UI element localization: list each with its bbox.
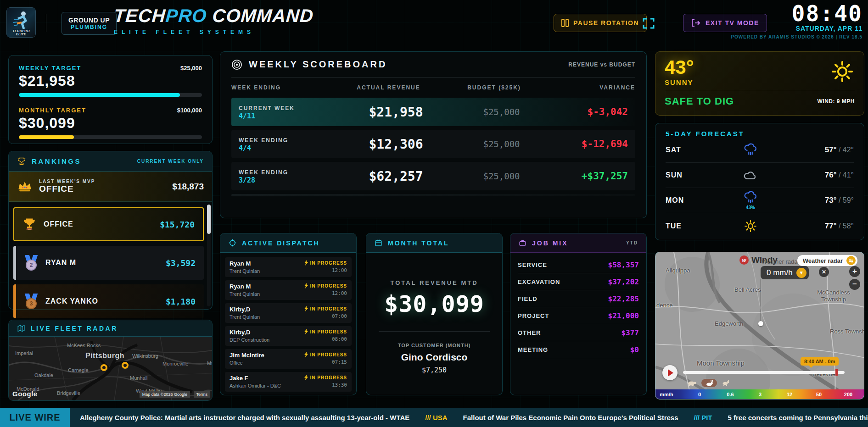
week-label: WEEK ENDING [239,169,288,176]
turtle-speed-icon[interactable] [687,380,697,386]
monthly-target-value: $30,099 [19,115,202,132]
scoreboard-row: WEEK ENDING4/4 $12,306 $25,000 $-12,694 [231,130,635,158]
fleet-marker[interactable] [122,362,129,369]
fleet-marker[interactable] [101,364,107,371]
rabbit-speed-icon[interactable] [701,379,717,387]
map-label: Wilkinsburg [132,353,158,359]
week-date: 4/11 [239,112,255,120]
scoreboard-panel: WEEKLY SCOREBOARD REVENUE vs BUDGET WEEK… [220,51,647,218]
play-button[interactable] [662,365,678,380]
ticker-item: 5 free concerts coming to Pennsylvania t… [728,414,868,421]
weather-divider [665,91,855,91]
rain-icon [744,191,757,205]
zoom-out-button[interactable]: − [849,279,860,290]
dispatch-row: Jake FAshkan Omidfar - D&C IN PROGRESS13… [225,372,352,392]
top-customer-value: $7,250 [422,366,447,374]
top-customer-name: Gino Cordisco [401,352,468,363]
dig-status: SAFE TO DIG [665,95,734,107]
fullscreen-icon [642,17,655,30]
dashboard: TECHPRO ELITE GROUND UP PLUMBING TECHPRO… [0,0,868,427]
windy-logo-icon: w [739,255,749,265]
dispatch-row: Ryan MTrent Quinlan IN PROGRESS12:00 [225,280,352,300]
forecast-day: TUE [666,222,707,230]
dispatch-time: 07:15 [304,359,347,365]
high-temp: 77° [825,222,837,230]
goat-speed-icon[interactable] [722,380,730,386]
mvp-label: LAST WEEK'S MVP [39,179,95,184]
tech-name: Kirby,D [230,329,269,336]
targets-panel: WEEKLY TARGET $25,000 $21,958 MONTHLY TA… [8,55,213,144]
job-value: $21,000 [608,311,639,320]
rankings-scrollbar[interactable] [207,205,211,306]
dispatch-status: IN PROGRESS [310,375,347,380]
target-icon [231,59,242,70]
actual-revenue: $21,958 [337,105,454,120]
rankings-header: RANKINGS CURRENT WEEK ONLY [9,151,212,172]
company-logo: TECHPRO ELITE [6,7,36,38]
app-subtitle: ELITE FLEET SYSTEMS [114,29,314,35]
probe-marker[interactable] [758,321,763,326]
precip-chance: 43% [744,205,757,210]
windy-radar-panel: Aliquippa dence Bell Acres McCandless To… [655,252,864,399]
windy-map[interactable]: Aliquippa dence Bell Acres McCandless To… [655,252,864,399]
ranking-amount: $15,720 [160,220,195,229]
dispatch-row: Ryan MTrent Quinlan IN PROGRESS12:00 [225,257,352,277]
current-temperature: 43° [665,57,855,78]
month-total-title: MONTH TOTAL [388,239,449,247]
close-icon[interactable]: ✕ [819,267,829,277]
weekly-target: WEEKLY TARGET $25,000 $21,958 [19,65,202,97]
customer-name: Trent Quinlan [230,291,260,297]
crosshair-icon [229,239,236,247]
zoom-in-button[interactable]: + [849,266,860,277]
job-mix-header: JOB MIX YTD [510,233,646,253]
timeline-slider[interactable] [683,371,845,374]
variance: $-3,042 [549,106,628,117]
ranking-name: OFFICE [44,220,73,228]
timeline-handle[interactable] [835,369,838,376]
rankings-scrollbar-thumb[interactable] [207,205,211,234]
actual-revenue: $62,257 [337,169,454,184]
rankings-list: OFFICE $15,720 2 RYAN M $3,592 3 ZACK YA… [9,202,212,318]
dispatch-time: 07:00 [304,313,347,319]
weather-radar-chip[interactable]: Weather radar ⇆ [797,255,857,266]
pause-rotation-button[interactable]: PAUSE ROTATION [554,14,647,32]
map-label: Bell Acres [734,286,761,293]
rankings-panel: RANKINGS CURRENT WEEK ONLY LAST WEEK'S M… [8,151,213,310]
forecast-title: 5-DAY FORECAST [666,130,854,138]
column-header: VARIANCE [541,84,635,91]
client-badge-line2: PLUMBING [71,24,107,30]
fullscreen-button[interactable] [642,17,655,30]
client-badge: GROUND UP PLUMBING [62,12,117,35]
job-type: FIELD [518,295,538,302]
play-icon [668,369,673,377]
monthly-target: MONTHLY TARGET $100,000 $30,099 [19,107,202,139]
dispatch-row: Kirby,DTrent Quinlan IN PROGRESS07:00 [225,303,352,323]
job-type: MEETING [518,346,548,353]
column-header: ACTUAL REVENUE [330,84,447,91]
scale-tick: 0.6 [727,392,734,397]
scale-tick: 50 [816,392,822,397]
job-value: $0 [630,345,639,354]
layers-icon[interactable]: ⇆ [846,256,856,265]
scoreboard-row: WEEK ENDING3/28 $62,257 $25,000 +$37,257 [231,162,635,190]
date: SATURDAY, APR 11 [731,25,862,32]
scoreboard-title: WEEKLY SCOREBOARD [249,59,387,70]
runner-icon [11,10,32,32]
precip-value-chip[interactable]: 0 mm/h ▾ [761,266,809,279]
customer-name: Ashkan Omidfar - D&C [230,383,281,388]
chevron-down-icon[interactable]: ▾ [796,268,806,278]
forecast-row: MON 43% 73° / 59° [666,188,854,213]
dispatch-row: Kirby,DDEP Construction IN PROGRESS08:00 [225,326,352,346]
week-label: CURRENT WEEK [239,105,295,111]
ticker-separator: /// USA [425,414,447,421]
ticker-item: Fallout of War Piles Economic Pain Onto … [463,414,678,421]
map-terms-link[interactable]: Terms [194,391,211,398]
scoreboard-row-current: CURRENT WEEK4/11 $21,958 $25,000 $-3,042 [231,98,635,126]
map-label: Mu [207,360,212,366]
map-label: Bridgeville [57,390,80,396]
forecast-row: SUN 76° / 41° [666,163,854,188]
map-label: McCandless Township [815,289,852,303]
google-map[interactable]: Imperial McKees Rocks Pittsburgh Wilkins… [9,337,212,400]
scale-tick: 200 [844,392,852,397]
month-total-body: TOTAL REVENUE MTD $30,099 TOP CUSTOMER (… [366,253,502,374]
